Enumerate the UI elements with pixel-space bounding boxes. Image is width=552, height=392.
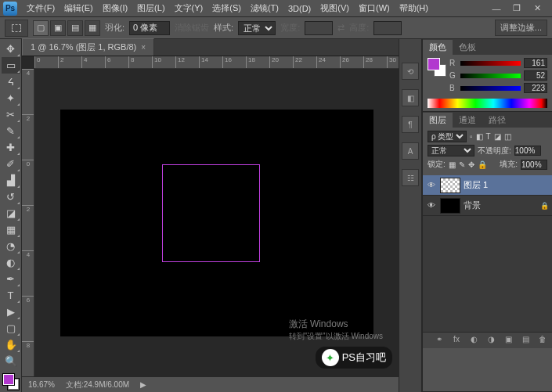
- eraser-tool[interactable]: ◪: [2, 205, 20, 221]
- opacity-input[interactable]: [514, 146, 541, 156]
- selmode-new[interactable]: ▢: [33, 20, 49, 36]
- fx-icon[interactable]: fx: [450, 335, 463, 346]
- panel-color-swatch[interactable]: [428, 58, 446, 77]
- mask-icon[interactable]: ◐: [467, 335, 480, 346]
- link-layers-icon[interactable]: ⚭: [433, 335, 446, 346]
- refine-edge-button[interactable]: 调整边缘...: [495, 20, 547, 36]
- menu-type[interactable]: 文字(Y): [170, 1, 208, 16]
- r-value[interactable]: [524, 58, 547, 68]
- pen-tool[interactable]: ✒: [2, 271, 20, 287]
- tab-paths[interactable]: 路径: [482, 113, 512, 128]
- color-spectrum[interactable]: [428, 99, 547, 108]
- style-select[interactable]: 正常: [238, 21, 276, 35]
- ruler-horizontal[interactable]: 024681012141618202224262830: [34, 56, 399, 69]
- canvas[interactable]: [60, 110, 373, 336]
- layer-buttons: ⚭ fx ◐ ◑ ▣ ▤ 🗑: [423, 332, 552, 348]
- fill-input[interactable]: [521, 160, 547, 170]
- menu-layer[interactable]: 图层(L): [132, 1, 169, 16]
- visibility-icon[interactable]: 👁: [426, 201, 437, 210]
- layer-thumb[interactable]: [440, 178, 460, 193]
- crop-tool[interactable]: ✂: [2, 106, 20, 123]
- eyedropper-tool[interactable]: ✎: [2, 123, 20, 139]
- document-tab[interactable]: 1 @ 16.7% (图层 1, RGB/8) ×: [22, 38, 154, 56]
- properties-panel-icon[interactable]: ◧: [402, 89, 419, 106]
- visibility-icon[interactable]: 👁: [426, 181, 437, 189]
- color-swatches[interactable]: [2, 372, 20, 391]
- b-slider[interactable]: [460, 85, 521, 92]
- wand-tool[interactable]: ✦: [2, 90, 20, 106]
- type-tool[interactable]: T: [2, 287, 20, 304]
- height-label: 高度:: [349, 22, 369, 34]
- window-close-icon[interactable]: ✕: [530, 3, 544, 14]
- feather-input[interactable]: [129, 21, 170, 35]
- adjustment-icon[interactable]: ◑: [485, 335, 497, 346]
- menu-edit[interactable]: 编辑(E): [60, 1, 98, 16]
- b-value[interactable]: [524, 83, 547, 93]
- r-slider[interactable]: [460, 59, 521, 67]
- layer-name-label[interactable]: 背景: [464, 200, 537, 211]
- g-value[interactable]: [524, 70, 547, 81]
- tool-preset-picker[interactable]: [5, 20, 28, 37]
- tab-color[interactable]: 颜色: [423, 40, 453, 55]
- menu-window[interactable]: 窗口(W): [354, 1, 395, 16]
- shape-tool[interactable]: ▢: [2, 320, 20, 336]
- blur-tool[interactable]: ◔: [2, 238, 20, 254]
- layer-thumb[interactable]: [440, 198, 460, 214]
- hand-tool[interactable]: ✋: [2, 336, 20, 353]
- group-icon[interactable]: ▣: [502, 335, 514, 346]
- stamp-tool[interactable]: ▟: [2, 172, 20, 189]
- heal-tool[interactable]: ✚: [2, 139, 20, 156]
- history-brush-tool[interactable]: ↺: [2, 189, 20, 205]
- extra-panel-icon[interactable]: ☷: [402, 169, 419, 186]
- color-panel: 颜色 色板 R G: [423, 39, 552, 112]
- tab-channels[interactable]: 通道: [453, 113, 482, 128]
- menu-image[interactable]: 图像(I): [98, 1, 132, 16]
- menu-file[interactable]: 文件(F): [22, 1, 60, 16]
- menu-help[interactable]: 帮助(H): [395, 1, 433, 16]
- window-restore-icon[interactable]: ❐: [510, 3, 524, 14]
- selmode-subtract[interactable]: ▤: [67, 20, 83, 36]
- lock-paint-icon[interactable]: ✎: [459, 160, 465, 169]
- blend-mode-select[interactable]: 正常: [428, 145, 474, 156]
- document-tab-label: 1 @ 16.7% (图层 1, RGB/8): [31, 41, 136, 53]
- brush-tool[interactable]: ✐: [2, 156, 20, 172]
- selmode-intersect[interactable]: ▦: [85, 20, 100, 36]
- trash-icon[interactable]: 🗑: [536, 335, 549, 346]
- lock-trans-icon[interactable]: ▦: [449, 160, 456, 169]
- status-docinfo[interactable]: 文档:24.9M/6.00M: [66, 379, 129, 390]
- menu-select[interactable]: 选择(S): [207, 1, 246, 16]
- window-minimize-icon[interactable]: —: [489, 3, 503, 14]
- g-slider[interactable]: [460, 72, 521, 80]
- dodge-tool[interactable]: ◐: [2, 254, 20, 271]
- paragraph-panel-icon[interactable]: ¶: [402, 116, 419, 133]
- lock-pos-icon[interactable]: ✥: [468, 160, 474, 169]
- layer-kind-select[interactable]: ρ 类型: [428, 131, 467, 142]
- menu-view[interactable]: 视图(V): [316, 1, 354, 16]
- foreground-swatch[interactable]: [3, 374, 14, 385]
- menu-3d[interactable]: 3D(D): [283, 2, 316, 15]
- history-panel-icon[interactable]: ⟲: [402, 63, 419, 80]
- lock-label: 锁定:: [428, 159, 446, 170]
- status-zoom[interactable]: 16.67%: [28, 380, 55, 389]
- move-tool[interactable]: ✥: [2, 41, 20, 57]
- path-select-tool[interactable]: ▶: [2, 304, 20, 320]
- gradient-tool[interactable]: ▦: [2, 221, 20, 238]
- layer-name-label[interactable]: 图层 1: [464, 179, 549, 191]
- lock-all-icon[interactable]: 🔒: [478, 160, 487, 169]
- ruler-vertical[interactable]: 4202468: [22, 69, 34, 376]
- tab-swatches[interactable]: 色板: [453, 40, 482, 55]
- close-icon[interactable]: ×: [141, 43, 146, 52]
- zoom-tool[interactable]: 🔍: [2, 353, 20, 369]
- character-panel-icon[interactable]: A: [402, 142, 419, 160]
- tab-layers[interactable]: 图层: [423, 113, 453, 128]
- layer-row[interactable]: 👁 背景 🔒: [423, 196, 552, 216]
- layer-list: 👁 图层 1 👁 背景 🔒: [423, 175, 552, 332]
- selmode-add[interactable]: ▣: [50, 20, 66, 36]
- layer-row[interactable]: 👁 图层 1: [423, 175, 552, 196]
- lasso-tool[interactable]: ᔦ: [2, 74, 20, 90]
- new-layer-icon[interactable]: ▤: [519, 335, 532, 346]
- panel-dock: 颜色 色板 R G: [422, 39, 552, 392]
- canvas-area[interactable]: 激活 Windows 转到"设置"以激活 Windows ✦ PS自习吧: [34, 69, 399, 376]
- rect-marquee-tool[interactable]: ▭: [2, 57, 20, 74]
- menu-filter[interactable]: 滤镜(T): [246, 1, 283, 16]
